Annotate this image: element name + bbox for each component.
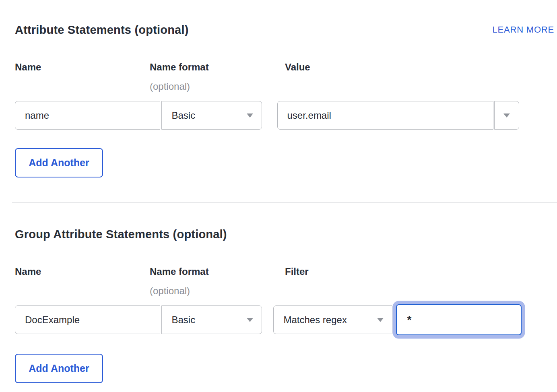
chevron-down-icon — [503, 113, 510, 118]
group-name-format-combo: Basic — [15, 305, 262, 334]
column-header-name: Name — [15, 266, 150, 277]
column-header-filter: Filter — [285, 266, 557, 277]
saml-attribute-settings-page: Attribute Statements (optional) LEARN MO… — [0, 0, 557, 392]
add-another-group-attribute-button[interactable]: Add Another — [15, 354, 103, 383]
group-attribute-statements-section: Group Attribute Statements (optional) Na… — [15, 228, 557, 383]
attribute-statement-row: Basic — [15, 101, 557, 130]
attr-value-input[interactable] — [277, 101, 493, 130]
column-header-name-format: Name format — [150, 266, 285, 277]
attribute-statements-column-headers: Name Name format (optional) Value — [15, 62, 557, 92]
group-filter-type-select[interactable]: Matches regex — [273, 305, 392, 334]
chevron-down-icon — [247, 113, 253, 118]
column-header-name: Name — [15, 62, 150, 73]
group-filter-combo: Matches regex — [273, 305, 522, 335]
learn-more-link[interactable]: LEARN MORE — [493, 25, 554, 35]
attribute-statements-section: Attribute Statements (optional) LEARN MO… — [15, 23, 557, 177]
attribute-statements-header: Attribute Statements (optional) LEARN MO… — [15, 23, 554, 37]
attr-name-input[interactable] — [15, 101, 160, 130]
column-header-name-format-optional: (optional) — [150, 81, 285, 92]
attribute-statements-title: Attribute Statements (optional) — [15, 23, 189, 37]
group-attribute-statements-column-headers: Name Name format (optional) Filter — [15, 266, 557, 297]
section-divider — [12, 202, 557, 203]
attr-name-format-selected-value: Basic — [172, 110, 196, 121]
attr-name-format-select[interactable]: Basic — [161, 101, 262, 130]
column-header-value: Value — [285, 62, 557, 73]
attr-value-dropdown-button[interactable] — [494, 101, 519, 130]
group-name-format-select[interactable]: Basic — [161, 305, 262, 334]
group-filter-type-selected-value: Matches regex — [284, 314, 347, 326]
group-name-format-selected-value: Basic — [172, 314, 196, 326]
chevron-down-icon — [247, 318, 253, 322]
group-filter-value-input[interactable] — [396, 304, 522, 335]
group-attribute-statements-title: Group Attribute Statements (optional) — [15, 228, 557, 241]
group-name-input[interactable] — [15, 305, 160, 334]
group-attribute-statement-row: Basic Matches regex — [15, 305, 557, 335]
column-header-name-format: Name format — [150, 62, 285, 73]
chevron-down-icon — [377, 318, 384, 322]
attr-name-format-combo: Basic — [15, 101, 262, 130]
column-header-name-format-optional: (optional) — [150, 285, 285, 297]
attr-value-combo — [277, 101, 520, 130]
add-another-attribute-button[interactable]: Add Another — [15, 148, 103, 177]
